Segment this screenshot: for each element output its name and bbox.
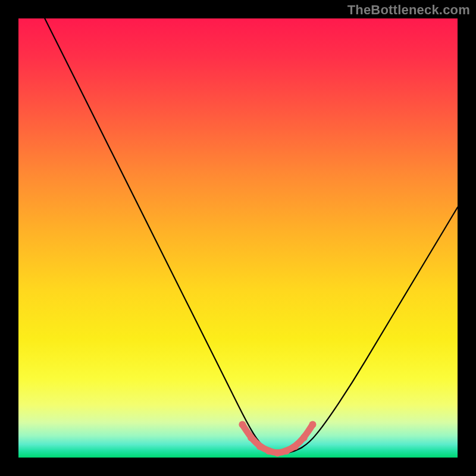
svg-point-4 <box>274 450 281 457</box>
plot-area <box>18 18 458 458</box>
valley-highlight <box>18 18 458 458</box>
svg-point-2 <box>256 443 264 450</box>
svg-point-3 <box>265 447 273 455</box>
svg-point-0 <box>239 421 246 428</box>
svg-point-7 <box>300 434 308 441</box>
svg-point-8 <box>309 421 317 428</box>
svg-point-5 <box>283 447 290 455</box>
watermark-text: TheBottleneck.com <box>347 2 470 18</box>
svg-point-1 <box>248 434 255 441</box>
chart-stage: TheBottleneck.com <box>0 0 476 476</box>
svg-point-6 <box>292 443 299 450</box>
